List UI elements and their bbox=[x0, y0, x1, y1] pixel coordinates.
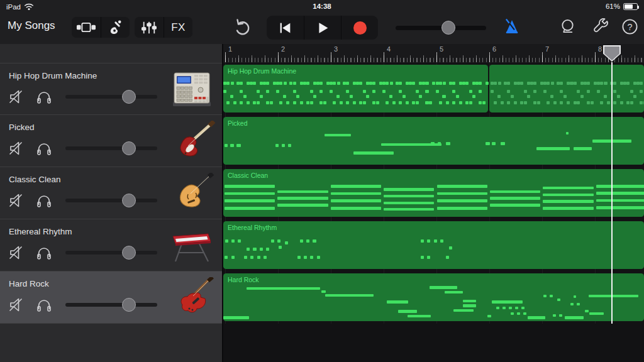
region-ethereal-rhythm[interactable]: Ethereal Rhythm bbox=[223, 221, 644, 269]
midi-note bbox=[321, 290, 326, 293]
midi-note bbox=[436, 90, 439, 93]
midi-note bbox=[596, 206, 644, 209]
midi-note bbox=[271, 239, 274, 243]
midi-note bbox=[459, 82, 462, 85]
track-volume-slider[interactable] bbox=[65, 193, 157, 208]
loop-browser-button[interactable] bbox=[559, 18, 576, 35]
midi-note bbox=[297, 256, 301, 259]
midi-note bbox=[353, 101, 356, 104]
headphones-icon bbox=[36, 297, 52, 313]
midi-note bbox=[306, 239, 309, 243]
my-songs-button[interactable]: My Songs bbox=[8, 19, 55, 32]
mute-button[interactable] bbox=[8, 297, 25, 313]
play-button[interactable] bbox=[304, 16, 341, 40]
midi-note bbox=[359, 101, 362, 104]
midi-note bbox=[317, 256, 320, 259]
instrument-view-button[interactable] bbox=[101, 17, 130, 38]
master-volume-thumb[interactable] bbox=[441, 21, 455, 35]
monitor-button[interactable] bbox=[36, 140, 52, 156]
go-to-beginning-button[interactable] bbox=[267, 16, 304, 40]
track-volume-thumb[interactable] bbox=[122, 194, 136, 207]
midi-note bbox=[449, 246, 452, 250]
midi-note bbox=[431, 142, 434, 145]
guitar-icon bbox=[108, 19, 123, 35]
undo-button[interactable] bbox=[234, 18, 252, 36]
midi-note bbox=[613, 82, 616, 85]
midi-note bbox=[577, 303, 580, 305]
midi-note bbox=[384, 202, 434, 205]
midi-note bbox=[336, 95, 340, 98]
track-volume-thumb[interactable] bbox=[122, 90, 136, 104]
track-volume-thumb[interactable] bbox=[122, 246, 136, 260]
fx-button[interactable]: FX bbox=[164, 17, 192, 38]
track-volume-thumb[interactable] bbox=[122, 298, 136, 312]
mute-button[interactable] bbox=[8, 244, 25, 261]
region-label: Picked bbox=[228, 119, 248, 127]
midi-note bbox=[277, 204, 328, 207]
midi-note bbox=[600, 82, 603, 85]
keyboard-image bbox=[167, 225, 216, 265]
midi-note bbox=[524, 101, 527, 104]
midi-note bbox=[626, 101, 630, 104]
midi-note bbox=[406, 101, 409, 104]
midi-note bbox=[587, 90, 590, 93]
midi-note bbox=[390, 82, 393, 85]
monitor-button[interactable] bbox=[36, 244, 52, 261]
playhead-line bbox=[611, 62, 613, 324]
master-volume-slider[interactable] bbox=[396, 20, 486, 35]
ruler[interactable]: 12345678 bbox=[223, 44, 644, 63]
midi-note bbox=[584, 82, 587, 85]
tracks-view-button[interactable] bbox=[72, 17, 101, 38]
track-volume-thumb[interactable] bbox=[122, 141, 136, 155]
monitor-button[interactable] bbox=[36, 89, 52, 105]
midi-note bbox=[494, 101, 497, 104]
region-hard-rock[interactable]: Hard Rock bbox=[223, 273, 644, 321]
midi-note bbox=[260, 248, 263, 251]
midi-note bbox=[240, 90, 243, 93]
mute-button[interactable] bbox=[8, 140, 25, 156]
help-button[interactable] bbox=[621, 18, 638, 35]
transport-controls bbox=[267, 16, 378, 40]
track-controls-button[interactable] bbox=[135, 17, 164, 38]
mute-button[interactable] bbox=[8, 192, 25, 209]
midi-note bbox=[633, 95, 636, 98]
midi-note bbox=[313, 95, 316, 98]
midi-note bbox=[247, 287, 319, 290]
track-header-hard-rock[interactable]: Hard Rock bbox=[0, 272, 222, 324]
midi-note bbox=[225, 256, 228, 259]
track-volume-slider[interactable] bbox=[65, 89, 157, 104]
midi-note bbox=[630, 90, 633, 93]
track-header-picked[interactable]: Picked bbox=[0, 115, 222, 167]
track-header-classic-clean[interactable]: Classic Clean bbox=[0, 167, 222, 219]
midi-note bbox=[587, 82, 590, 85]
track-header-ethereal-rhythm[interactable]: Ethereal Rhythm bbox=[0, 219, 222, 272]
track-lane-ethereal-rhythm: Ethereal Rhythm bbox=[223, 219, 644, 272]
midi-note bbox=[494, 82, 497, 85]
settings-button[interactable] bbox=[592, 18, 609, 35]
midi-note bbox=[630, 101, 633, 104]
midi-note bbox=[462, 82, 465, 85]
midi-note bbox=[438, 142, 441, 145]
monitor-button[interactable] bbox=[36, 192, 52, 209]
region-picked[interactable]: Picked bbox=[223, 117, 644, 165]
monitor-button[interactable] bbox=[36, 297, 52, 313]
midi-note bbox=[469, 101, 472, 104]
track-volume-slider[interactable] bbox=[65, 141, 157, 156]
region-hip-hop-drum-machine[interactable] bbox=[489, 65, 644, 112]
midi-note bbox=[284, 82, 287, 85]
metronome-button[interactable] bbox=[504, 18, 521, 35]
midi-note bbox=[497, 95, 501, 98]
toolbar: iPad 14:38 61% My Songs bbox=[0, 0, 644, 44]
track-header-hip-hop-drum-machine[interactable]: Hip Hop Drum Machine bbox=[0, 63, 222, 115]
track-volume-slider[interactable] bbox=[65, 245, 157, 260]
midi-note bbox=[479, 82, 482, 85]
midi-note bbox=[551, 82, 554, 85]
midi-note bbox=[501, 101, 504, 104]
midi-note bbox=[613, 101, 616, 104]
midi-note bbox=[285, 241, 288, 244]
record-button[interactable] bbox=[341, 16, 378, 40]
track-volume-slider[interactable] bbox=[65, 297, 157, 312]
mute-button[interactable] bbox=[8, 89, 25, 105]
region-hip-hop-drum-machine[interactable]: Hip Hop Drum Machine bbox=[223, 65, 488, 112]
midi-note bbox=[306, 82, 309, 85]
